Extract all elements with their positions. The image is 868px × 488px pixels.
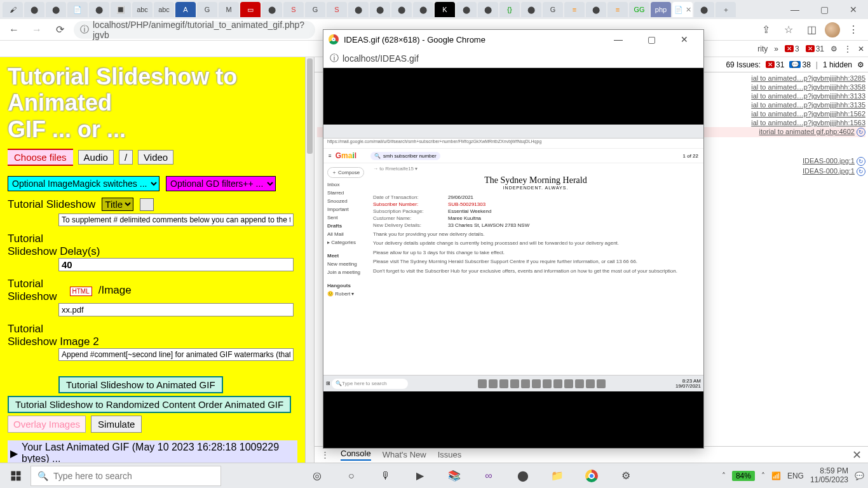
devtools-close-icon[interactable]: ✕ <box>858 44 864 53</box>
tab-item[interactable]: ≡ <box>564 2 585 17</box>
tab-item[interactable]: ⬤ <box>694 2 714 17</box>
reload-button[interactable]: ⟳ <box>51 21 69 39</box>
scrollbar-thumb[interactable] <box>307 58 313 154</box>
tab-item[interactable]: 🖌 <box>3 2 23 17</box>
start-button[interactable] <box>4 466 28 486</box>
simulate-button[interactable]: Simulate <box>91 416 142 433</box>
slash-button[interactable]: / <box>119 150 133 165</box>
tab-item[interactable]: S <box>283 2 304 17</box>
app-icon[interactable]: 📚 <box>446 468 463 484</box>
tab-item[interactable]: ⬤ <box>521 2 541 17</box>
delay-input[interactable] <box>58 258 294 271</box>
site-info-icon[interactable]: ⓘ <box>330 53 339 64</box>
tab-item[interactable]: M <box>219 2 239 17</box>
tab-item[interactable]: ⬤ <box>262 2 282 17</box>
tab-item[interactable]: ⬤ <box>456 2 477 17</box>
cortana-icon[interactable]: ○ <box>343 468 360 484</box>
taskbar-search[interactable]: 🔍 Type here to search <box>31 466 221 486</box>
tab-item[interactable]: ⬤ <box>391 2 412 17</box>
disclosure-triangle-icon[interactable]: ▶ <box>10 447 18 459</box>
console-source-link[interactable]: itorial to animated gif.php:4602 <box>759 128 855 135</box>
taskbar-clock[interactable]: 8:59 PM 11/05/2023 <box>810 467 848 484</box>
image2-hint-input[interactable] <box>58 348 294 361</box>
tab-item[interactable]: G <box>543 2 563 17</box>
maximize-button[interactable]: ▢ <box>810 0 839 19</box>
drawer-menu-icon[interactable]: ⋮ <box>321 450 329 459</box>
forward-button[interactable]: → <box>28 21 46 39</box>
title-hint-input[interactable] <box>58 214 294 226</box>
share-icon[interactable]: ⇪ <box>756 20 775 39</box>
title-select[interactable]: Title <box>102 198 133 211</box>
console-source-link[interactable]: IDEAS-000.jpg:1 <box>803 157 855 165</box>
chrome-taskbar-icon[interactable] <box>583 468 600 484</box>
app-icon[interactable]: ▶ <box>412 468 428 484</box>
language-indicator[interactable]: ENG <box>787 471 804 480</box>
info-icon[interactable]: ↻ <box>857 157 865 166</box>
extensions-settings-icon[interactable]: ⚙ <box>831 44 837 53</box>
console-source-link[interactable]: IDEAS-000.jpg:1 <box>803 167 855 175</box>
create-animated-gif-button[interactable]: Tutorial Slideshow to Animated GIF <box>58 376 223 393</box>
popup-close-button[interactable]: ✕ <box>670 30 698 49</box>
tab-item[interactable]: ▭ <box>240 2 261 17</box>
popup-titlebar[interactable]: IDEAS.gif (628×618) - Google Chrome — ▢ … <box>323 30 703 49</box>
drawer-tab-console[interactable]: Console <box>341 449 371 461</box>
tab-item[interactable]: ⬤ <box>24 2 44 17</box>
tab-item[interactable]: abc <box>132 2 153 17</box>
html-image-input[interactable] <box>58 303 294 316</box>
tab-item[interactable]: GG <box>629 2 649 17</box>
tab-item[interactable]: {} <box>499 2 520 17</box>
extension-badge[interactable]: ✕3 <box>785 44 799 53</box>
console-source-link[interactable]: ial to animated…p?jgvbmjjjjhhh:3285 <box>751 74 865 82</box>
settings-taskbar-icon[interactable]: ⚙ <box>618 468 634 484</box>
task-view-icon[interactable]: ◎ <box>309 468 325 484</box>
console-source-link[interactable]: ial to animated…p?jgvbmjjjjhhh:3135 <box>751 101 865 109</box>
tab-item[interactable]: 🔳 <box>111 2 131 17</box>
tab-item[interactable]: ⬤ <box>586 2 606 17</box>
popup-maximize-button[interactable]: ▢ <box>637 30 665 49</box>
tab-item[interactable]: ≡ <box>607 2 628 17</box>
app-icon[interactable]: 🎙 <box>377 468 394 484</box>
console-source-link[interactable]: ial to animated…p?jgvbmjjjjhhh:1563 <box>751 119 865 126</box>
address-bar[interactable]: ⓘ localhost/PHP/animegif/tutorial_to_ani… <box>74 21 315 39</box>
battery-indicator[interactable]: 84% <box>732 471 755 481</box>
tab-item[interactable]: S <box>327 2 347 17</box>
drawer-tab-issues[interactable]: Issues <box>438 450 462 459</box>
page-scrollbar[interactable] <box>305 57 314 463</box>
imagemagick-select[interactable]: Optional ImageMagick switches ... <box>8 176 159 191</box>
drawer-tab-whatsnew[interactable]: What's New <box>383 450 426 459</box>
tab-item-active[interactable]: 📄 ✕ <box>672 2 693 17</box>
info-icon[interactable]: ↻ <box>857 167 865 176</box>
app-icon[interactable]: ⬤ <box>515 468 531 484</box>
minimize-button[interactable]: — <box>780 0 810 19</box>
extensions-menu-icon[interactable]: ⋮ <box>844 44 851 53</box>
drawer-close-icon[interactable]: ✕ <box>852 448 862 462</box>
network-icon[interactable]: 📶 <box>771 471 781 480</box>
devtools-settings-icon[interactable]: ⚙ <box>857 60 864 69</box>
gd-filters-select[interactable]: Optional GD filters++ ... <box>166 176 276 191</box>
new-tab-button[interactable]: ＋ <box>715 2 736 17</box>
audio-button[interactable]: Audio <box>78 150 114 165</box>
console-source-link[interactable]: ial to animated…p?jgvbmjjjjhhh:3358 <box>751 83 865 91</box>
tab-item[interactable]: ⬤ <box>46 2 66 17</box>
side-panel-icon[interactable]: ◫ <box>802 20 821 39</box>
tray-chevron-icon[interactable]: ˄ <box>761 471 765 480</box>
chrome-menu-icon[interactable]: ⋮ <box>844 20 863 39</box>
tab-item[interactable]: abc <box>154 2 174 17</box>
console-source-link[interactable]: ial to animated…p?jgvbmjjjjhhh:1562 <box>751 110 865 118</box>
overflow-icon[interactable]: » <box>774 44 778 53</box>
tab-item[interactable]: 📄 <box>67 2 88 17</box>
file-explorer-icon[interactable]: 📁 <box>549 468 566 484</box>
tab-item[interactable]: ⬤ <box>348 2 369 17</box>
tab-item[interactable]: ⬤ <box>478 2 498 17</box>
profile-avatar[interactable] <box>825 22 840 37</box>
site-info-icon[interactable]: ⓘ <box>80 24 89 36</box>
tab-item[interactable]: G <box>197 2 217 17</box>
extension-badge[interactable]: ✕31 <box>806 44 824 53</box>
tray-overflow-icon[interactable]: ˄ <box>722 471 726 480</box>
overlay-images-button[interactable]: Overlay Images <box>8 416 86 433</box>
video-button[interactable]: Video <box>138 150 173 165</box>
tab-item[interactable]: ⬤ <box>370 2 390 17</box>
close-button[interactable]: ✕ <box>839 0 868 19</box>
action-center-icon[interactable]: 💬 <box>855 471 864 480</box>
bookmark-item[interactable]: rity <box>757 44 768 53</box>
